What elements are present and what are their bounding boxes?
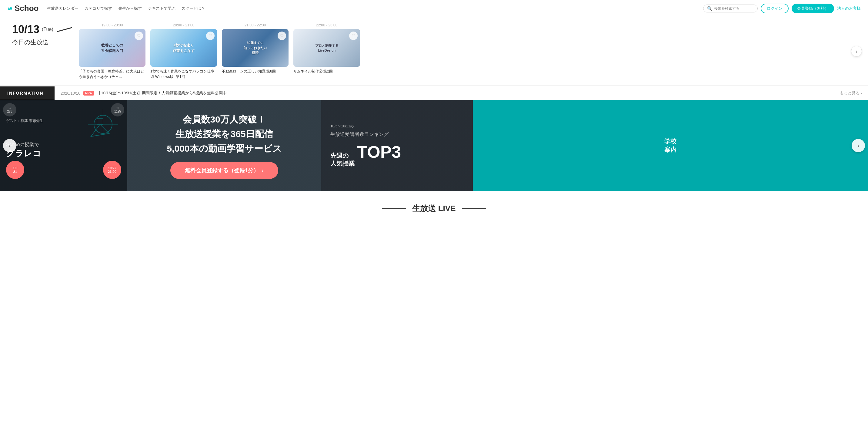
- card-1-thumb[interactable]: 教養としての社会課題入門 ♡: [79, 29, 146, 67]
- chevron-right-icon: ›: [856, 48, 858, 55]
- schoo-text: Schooの授業で: [6, 142, 121, 148]
- day-of-week: (Tue): [42, 27, 53, 32]
- logo-text: Schoo: [14, 4, 38, 13]
- logo-icon: ≋: [7, 4, 13, 12]
- live-cards-container: 19:00 - 20:00 教養としての社会課題入門 ♡ 「子どもの貧困・教育格…: [79, 23, 856, 80]
- carousel-next-button[interactable]: ›: [851, 139, 865, 152]
- diagonal-decoration: [57, 27, 72, 32]
- heart-count-right-number: 1125: [114, 110, 121, 113]
- card-4-time: 22:00 - 23:00: [293, 23, 360, 27]
- schoo-text-block: Schooの授業で グラレコ: [6, 142, 121, 159]
- carousel-slide-grafreco: ♡ 275 ♡ 1125 ゲスト：稲葉 崇志先生 Schooの授業で グラレコ …: [0, 100, 127, 191]
- card-3-heart[interactable]: ♡: [278, 32, 286, 40]
- svg-rect-1: [97, 118, 103, 124]
- nav-teacher[interactable]: 先生から探す: [118, 6, 142, 11]
- ranking-top3-block: 先週の人気授業 TOP3: [330, 142, 464, 167]
- card-2-art-label: 1秒でも速く作業をこなす: [172, 41, 196, 55]
- main-nav: 生放送カレンダー カテゴリで探す 先生から探す テキストで学ぶ スクーとは？: [47, 6, 703, 11]
- cards-next-arrow[interactable]: ›: [851, 46, 862, 57]
- carousel-section: ♡ 275 ♡ 1125 ゲスト：稲葉 崇志先生 Schooの授業で グラレコ …: [0, 100, 868, 191]
- chevron-right-icon-carousel: ›: [858, 142, 860, 149]
- card-4-title: サムネイル制作② 第2回: [293, 68, 360, 74]
- logo[interactable]: ≋ Schoo: [7, 4, 38, 13]
- info-badge: NEW: [83, 91, 94, 95]
- heart-count-left[interactable]: ♡ 275: [3, 103, 17, 116]
- card-3-art-label: 30歳までに知っておきたい経済: [243, 39, 268, 57]
- ranking-date: 10/5〜10/11の: [330, 124, 464, 129]
- carousel-slide-ranking: 10/5〜10/11の 生放送受講者数ランキング 先週の人気授業 TOP3: [321, 100, 473, 191]
- card-1-title: 「子どもの貧困・教育格差」に大人はどう向き合うべきか（チャ...: [79, 68, 146, 80]
- nav-live-calendar[interactable]: 生放送カレンダー: [47, 6, 79, 11]
- info-date: 2020/10/16: [61, 91, 80, 95]
- ranking-prefix: 先週の人気授業: [330, 152, 354, 167]
- cta-title: 会員数30万人突破！ 生放送授業を365日配信 5,000本の動画学習サービス: [167, 112, 282, 156]
- live-today-label: 今日の生放送: [12, 38, 79, 47]
- nav-about[interactable]: スクーとは？: [182, 6, 205, 11]
- date-badge-text: 10/21: [13, 166, 17, 173]
- card-4-art-label: プロと制作するLiveDesign: [314, 42, 340, 54]
- svg-marker-4: [91, 124, 109, 137]
- nav-category[interactable]: カテゴリで探す: [85, 6, 112, 11]
- heart-icon-1: ♡: [137, 33, 141, 38]
- heart-count-left-number: 275: [7, 110, 12, 113]
- card-3-time: 21:00 - 22:30: [222, 23, 288, 27]
- info-more-link[interactable]: もっと見る ›: [840, 90, 862, 96]
- date-badge-right: 10/2221:00: [103, 161, 121, 179]
- partial-slide-text: 学校案内: [664, 137, 677, 154]
- heart-count-right[interactable]: ♡ 1125: [111, 103, 124, 116]
- carousel-track: ♡ 275 ♡ 1125 ゲスト：稲葉 崇志先生 Schooの授業で グラレコ …: [0, 100, 868, 191]
- live-section-title: 生放送 LIVE: [0, 203, 868, 214]
- date-badge-left: 10/21: [6, 161, 24, 179]
- card-4-thumb[interactable]: プロと制作するLiveDesign ♡: [293, 29, 360, 67]
- card-3-title: 不動産ローンの正しい知識 第8回: [222, 68, 288, 74]
- heart-icon-left: ♡: [8, 107, 11, 110]
- card-1-heart[interactable]: ♡: [134, 32, 143, 40]
- date-text: 10/13: [12, 23, 39, 36]
- card-2-heart[interactable]: ♡: [206, 32, 215, 40]
- date-badge-right-text: 10/2221:00: [108, 166, 116, 173]
- search-box[interactable]: 🔍: [703, 4, 758, 12]
- card-2-time: 20:00 - 21:00: [150, 23, 217, 27]
- live-section: 生放送 LIVE: [0, 191, 868, 220]
- card-3-thumb[interactable]: 30歳までに知っておきたい経済 ♡: [222, 29, 288, 67]
- carousel-slide-partial: 学校案内: [473, 100, 868, 191]
- card-1-time: 19:00 - 20:00: [79, 23, 146, 27]
- register-button[interactable]: 会員登録（無料）: [792, 4, 834, 13]
- carousel-prev-button[interactable]: ‹: [3, 139, 17, 152]
- search-input[interactable]: [714, 6, 754, 10]
- live-card-3: 21:00 - 22:30 30歳までに知っておきたい経済 ♡ 不動産ローンの正…: [222, 23, 288, 80]
- card-2-title: 1秒でも速く作業をこなすパソコン仕事術-Windows版- 第1回: [150, 68, 217, 80]
- info-text: 【10/16(金)〜10/31(土)】期間限定！人気録画授業から5授業を無料公開…: [97, 90, 837, 96]
- cta-btn-text: 無料会員登録する（登録1分）: [185, 167, 259, 174]
- heart-icon-right: ♡: [116, 107, 119, 110]
- chevron-left-icon: ‹: [9, 142, 11, 149]
- cta-btn-arrow: ›: [262, 167, 264, 174]
- heart-icon-3: ♡: [280, 33, 284, 38]
- card-1-art-label: 教養としての社会課題入門: [100, 41, 124, 55]
- heart-icon-2: ♡: [209, 33, 213, 38]
- carousel-slides: ♡ 275 ♡ 1125 ゲスト：稲葉 崇志先生 Schooの授業で グラレコ …: [0, 100, 868, 191]
- info-bar: INFORMATION 2020/10/16 NEW 【10/16(金)〜10/…: [0, 86, 868, 100]
- cta-register-button[interactable]: 無料会員登録する（登録1分） ›: [170, 162, 278, 179]
- header-actions: 🔍 ログイン 会員登録（無料） 法人のお客様: [703, 4, 861, 13]
- cta-line3: 5,000本の動画学習サービス: [167, 141, 282, 156]
- cta-line1: 会員数30万人突破！: [167, 112, 282, 127]
- live-card-2: 20:00 - 21:00 1秒でも速く作業をこなす ♡ 1秒でも速く作業をこな…: [150, 23, 217, 80]
- cta-line2: 生放送授業を365日配信: [167, 127, 282, 141]
- info-content: 2020/10/16 NEW 【10/16(金)〜10/31(土)】期間限定！人…: [55, 86, 868, 100]
- top3-text: TOP3: [357, 142, 401, 162]
- corporate-link[interactable]: 法人のお客様: [837, 6, 861, 11]
- info-label: INFORMATION: [0, 86, 55, 100]
- live-card-1: 19:00 - 20:00 教養としての社会課題入門 ♡ 「子どもの貧困・教育格…: [79, 23, 146, 80]
- carousel-slide-cta: 会員数30万人突破！ 生放送授業を365日配信 5,000本の動画学習サービス …: [127, 100, 321, 191]
- card-4-heart[interactable]: ♡: [349, 32, 358, 40]
- card-2-thumb[interactable]: 1秒でも速く作業をこなす ♡: [150, 29, 217, 67]
- site-header: ≋ Schoo 生放送カレンダー カテゴリで探す 先生から探す テキストで学ぶ …: [0, 0, 868, 17]
- live-today-date: 10/13 (Tue): [12, 23, 79, 36]
- login-button[interactable]: ログイン: [761, 4, 788, 13]
- nav-text-learn[interactable]: テキストで学ぶ: [148, 6, 176, 11]
- live-card-4: 22:00 - 23:00 プロと制作するLiveDesign ♡ サムネイル制…: [293, 23, 360, 80]
- live-today-section: 10/13 (Tue) 今日の生放送 19:00 - 20:00 教養としての社…: [0, 17, 868, 86]
- heart-icon-4: ♡: [351, 33, 355, 38]
- ranking-title: 生放送受講者数ランキング: [330, 131, 464, 138]
